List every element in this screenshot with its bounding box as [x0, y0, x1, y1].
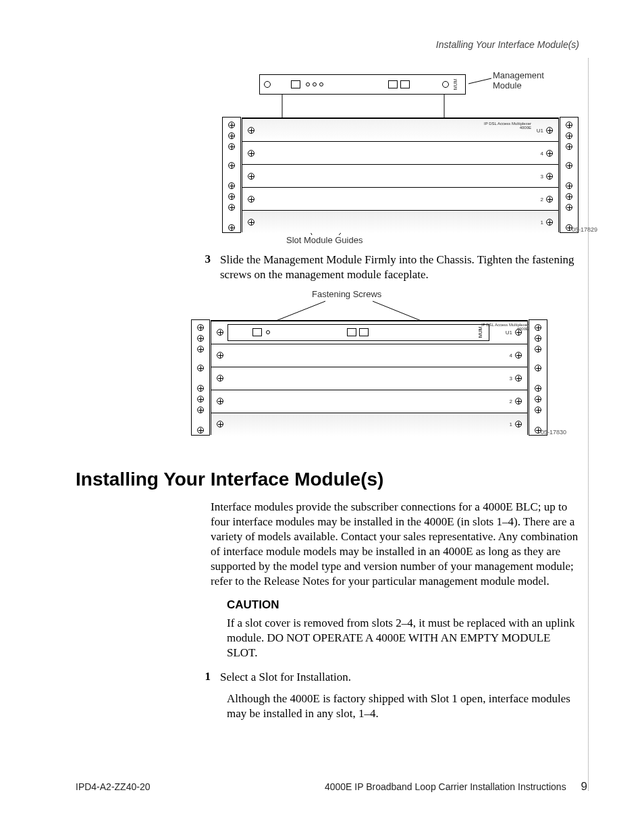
figure-1: MUM Management Module — [242, 70, 593, 246]
figure-2: Fastening Screws — [211, 289, 589, 448]
caution-title: CAUTION — [227, 598, 579, 612]
rack-ear-right — [529, 319, 547, 436]
slot-4: 4 — [242, 141, 558, 164]
figure-stamp: 05-17830 — [541, 429, 566, 436]
step-1-followup: Although the 4000E is factory shipped wi… — [227, 692, 579, 721]
chassis-fig2: U1 MUM IP DSL Access Multiplexer 4000E 4… — [211, 320, 528, 435]
slot-3: 3 — [242, 164, 558, 187]
chassis-model-label: IP DSL Access Multiplexer 4000E — [484, 122, 531, 130]
slot-1: 1 — [242, 210, 558, 233]
slot-u1: U1 IP DSL Access Multiplexer 4000E — [242, 118, 558, 141]
slot-2: 2 — [211, 390, 527, 413]
slot-3: 3 — [211, 367, 527, 390]
footer-doc-code: IPD4-A2-ZZ40-20 — [76, 781, 150, 792]
intro-paragraph: Interface modules provide the subscriber… — [211, 500, 579, 590]
slot-1: 1 — [211, 413, 527, 436]
rack-ear-left — [191, 319, 210, 436]
step-1: 1 Select a Slot for Installation. — [200, 670, 579, 685]
step-3: 3 Slide the Management Module Firmly int… — [200, 253, 579, 282]
step-text: Slide the Management Module Firmly into … — [220, 253, 579, 282]
step-number: 1 — [200, 670, 211, 685]
chassis-model-label: IP DSL Access Multiplexer 4000E — [481, 323, 529, 331]
slot-4: 4 — [211, 344, 527, 367]
slot-u1-installed: U1 MUM IP DSL Access Multiplexer 4000E — [211, 321, 527, 344]
caution-body: If a slot cover is removed from slots 2–… — [227, 616, 579, 660]
label-slot-module-guides: Slot Module Guides — [286, 235, 363, 245]
slot-2: 2 — [242, 187, 558, 210]
chassis-fig1: U1 IP DSL Access Multiplexer 4000E 4 3 2… — [242, 118, 559, 232]
rack-ear-right — [560, 117, 579, 233]
page-number: 9 — [581, 780, 587, 793]
page-content: MUM Management Module — [76, 70, 579, 769]
rack-ear-left — [222, 117, 241, 233]
svg-line-8 — [468, 78, 491, 84]
page-footer: IPD4-A2-ZZ40-20 4000E IP Broadband Loop … — [76, 780, 587, 793]
section-heading: Installing Your Interface Module(s) — [76, 469, 579, 490]
running-header: Installing Your Interface Module(s) — [436, 39, 579, 50]
footer-doc-title: 4000E IP Broadband Loop Carrier Installa… — [325, 781, 566, 792]
step-number: 3 — [200, 253, 211, 282]
figure-stamp: 05-17829 — [572, 226, 597, 233]
step-text: Select a Slot for Installation. — [220, 670, 579, 685]
